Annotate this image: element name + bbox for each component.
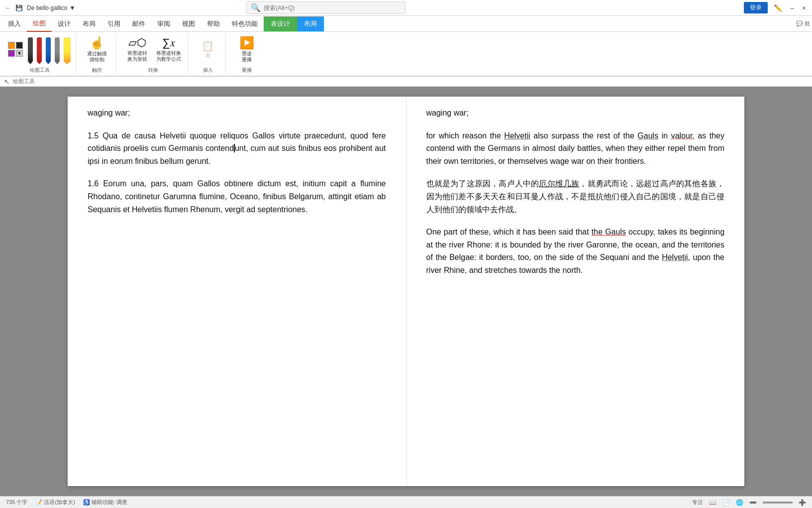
tab-view[interactable]: 视图 <box>176 16 201 31</box>
para-top-left: waging war; <box>88 107 386 120</box>
replay-tools: ▶️ 墨迹重播 <box>232 34 262 65</box>
color-palette: ▼ <box>8 42 23 57</box>
language-icon: 📝 <box>35 499 42 505</box>
para-1-5-left-text: 1.5 Qua de causa Helvetii quoque reliquo… <box>88 131 386 165</box>
para-1-6-left-text: 1.6 Eorum una, pars, quam Gallos obtiner… <box>88 179 386 213</box>
para-1-5-cn: 也就是为了这原因，高卢人中的厄尔维几族，就勇武而论，远超过高卢的其他各族，因为他… <box>426 177 725 216</box>
tab-help[interactable]: 帮助 <box>201 16 226 31</box>
tab-table-layout[interactable]: 布局 <box>297 16 324 31</box>
insert-label: 布 <box>205 53 210 59</box>
web-layout-icon[interactable]: 🌐 <box>736 499 743 506</box>
touch-group-label: 触控 <box>92 67 102 74</box>
tab-layout[interactable]: 布局 <box>77 16 102 31</box>
ribbon-group-replay: ▶️ 墨迹重播 重播 <box>228 34 266 74</box>
ink-to-shape-icon: ▱⬡ <box>128 36 146 49</box>
para-top-right-text: waging war; <box>426 109 469 117</box>
para-1-6-right-text: One part of these, which it has been sai… <box>426 228 725 274</box>
insert-group-label: 插入 <box>203 67 213 74</box>
ribbon-group-convert: ▱⬡ 将墨迹转换为形状 ∑𝑥 将墨迹转换为数学公式 转换 <box>118 34 188 74</box>
login-button[interactable]: 登录 <box>744 2 768 13</box>
accessibility-indicator[interactable]: ♿ 辅助功能: 调查 <box>83 499 127 506</box>
search-bar[interactable]: 🔍 <box>246 1 406 14</box>
ink-to-shape-label: 将墨迹转换为形状 <box>127 50 147 62</box>
cursor-icon: ↖ <box>4 78 10 86</box>
para-1-6-right: One part of these, which it has been sai… <box>426 226 725 276</box>
color-swatch-black2[interactable] <box>16 42 23 49</box>
helvetii-1: Helvetii <box>504 131 530 140</box>
color-swatch-orange[interactable] <box>8 42 15 49</box>
ink-to-math-btn[interactable]: ∑𝑥 将墨迹转换为数学公式 <box>155 34 183 64</box>
tooltip-text: 绘图工具 <box>13 78 35 85</box>
ribbon-group-insert: 📋 布 插入 <box>190 34 226 74</box>
status-bar: 735 个字 📝 法语(加拿大) ♿ 辅助功能: 调查 专注 📖 📄 🌐 ➖ ➕ <box>0 496 812 508</box>
status-bar-right: 专注 📖 📄 🌐 ➖ ➕ <box>692 499 806 506</box>
ink-replay-btn[interactable]: ▶️ 墨迹重播 <box>232 34 262 65</box>
tab-mail[interactable]: 邮件 <box>126 16 151 31</box>
title-bar-right: 登录 ✏️ – × <box>744 2 808 13</box>
print-layout-icon[interactable]: 📄 <box>722 499 730 506</box>
insert-icon: 📋 <box>202 40 214 52</box>
ribbon-group-touch: ☝️ 通过触摸摸绘制 触控 <box>78 34 116 74</box>
para-top-left-text: waging war; <box>88 109 130 117</box>
ink-replay-label: 墨迹重播 <box>242 51 252 63</box>
tab-design[interactable]: 设计 <box>52 16 77 31</box>
pen-tools-row: ▼ <box>8 34 72 65</box>
right-column[interactable]: waging war; for which reason the Helveti… <box>406 97 745 486</box>
ink-to-shape-btn[interactable]: ▱⬡ 将墨迹转换为形状 <box>124 34 151 64</box>
tab-insert[interactable]: 插入 <box>2 16 27 31</box>
para-top-right: waging war; <box>426 107 725 120</box>
save-icon[interactable]: 💾 <box>15 4 23 12</box>
pen-blue[interactable] <box>46 37 51 61</box>
tab-review[interactable]: 审阅 <box>151 16 176 31</box>
touch-draw-btn[interactable]: ☝️ 通过触摸摸绘制 <box>82 34 112 65</box>
para-1-5-left: 1.5 Qua de causa Helvetii quoque reliquo… <box>88 129 386 168</box>
color-swatch-purple[interactable] <box>8 50 15 57</box>
touch-draw-icon: ☝️ <box>90 36 104 50</box>
insert-tools: 📋 布 <box>194 34 221 65</box>
gauls-1: Gauls <box>637 131 658 140</box>
doc-title-text: De bello gallico <box>27 4 67 11</box>
language-indicator: 📝 法语(加拿大) <box>35 499 75 506</box>
back-icon[interactable]: ← <box>4 4 12 12</box>
text-cursor <box>234 144 235 152</box>
para-1-6-left: 1.6 Eorum una, pars, quam Gallos obtiner… <box>88 177 386 216</box>
ink-to-math-label: 将墨迹转换为数学公式 <box>156 50 181 62</box>
read-mode-icon[interactable]: 📖 <box>709 499 716 506</box>
zoom-in-icon[interactable]: ➕ <box>799 499 806 506</box>
tab-table-design[interactable]: 表设计 <box>264 16 297 31</box>
pen-black[interactable] <box>28 37 33 61</box>
close-icon[interactable]: × <box>800 3 808 13</box>
left-column[interactable]: waging war; 1.5 Qua de causa Helvetii qu… <box>68 97 406 486</box>
valour-1: valour <box>671 131 693 140</box>
minimize-icon[interactable]: – <box>788 3 796 13</box>
touch-draw-label: 通过触摸摸绘制 <box>87 51 107 63</box>
search-input[interactable] <box>264 4 363 11</box>
zoom-slider[interactable] <box>763 502 793 504</box>
title-bar: ← 💾 De bello gallico ▼ 🔍 登录 ✏️ – × <box>0 0 812 16</box>
zoom-out-icon[interactable]: ➖ <box>749 499 757 506</box>
helvetii-cn: 厄尔维几族 <box>539 179 579 188</box>
focus-label[interactable]: 专注 <box>692 499 703 506</box>
accessibility-icon: ♿ <box>83 499 90 505</box>
edit-icon[interactable]: ✏️ <box>772 3 784 13</box>
document-area: waging war; 1.5 Qua de causa Helvetii qu… <box>0 87 812 496</box>
doc-title: De bello gallico ▼ <box>27 4 75 11</box>
pen-red[interactable] <box>37 37 42 61</box>
accessibility-text: 辅助功能: 调查 <box>92 499 127 505</box>
search-icon: 🔍 <box>251 3 261 12</box>
insert-btn[interactable]: 📋 布 <box>194 38 221 61</box>
pen-gray[interactable] <box>55 37 60 61</box>
tab-features[interactable]: 特色功能 <box>226 16 264 31</box>
ink-to-math-icon: ∑𝑥 <box>162 36 175 49</box>
para-1-5-cn-text: 也就是为了这原因，高卢人中的厄尔维几族，就勇武而论，远超过高卢的其他各族，因为他… <box>426 179 725 213</box>
tab-draw[interactable]: 绘图 <box>27 16 52 32</box>
ink-replay-icon: ▶️ <box>239 36 254 50</box>
doc-page: waging war; 1.5 Qua de causa Helvetii qu… <box>68 97 744 486</box>
comment-icon[interactable]: 💬 批 <box>796 20 810 27</box>
word-count: 735 个字 <box>6 499 27 506</box>
doc-title-arrow: ▼ <box>69 4 75 11</box>
pen-yellow-highlight[interactable] <box>64 37 71 61</box>
color-swatch-dropdown[interactable]: ▼ <box>16 50 23 57</box>
pen-group-label: 绘图工具 <box>30 67 50 74</box>
tab-references[interactable]: 引用 <box>102 16 126 31</box>
